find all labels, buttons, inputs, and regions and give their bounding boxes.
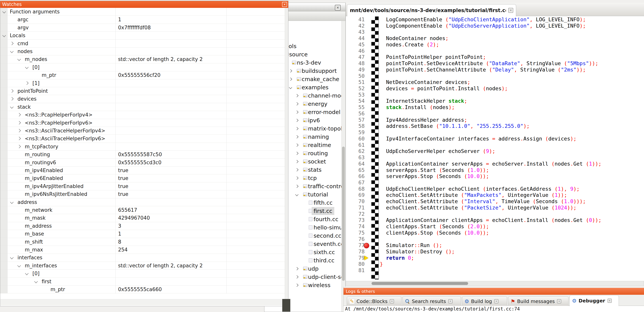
code-line[interactable]: 79 return 0;	[346, 255, 644, 261]
chevron-right-icon[interactable]	[289, 78, 292, 81]
code-line[interactable]: 73 ApplicationContainer clientApps = ech…	[346, 217, 644, 223]
chevron-right-icon[interactable]	[295, 176, 298, 180]
watch-row[interactable]: <ns3::AsciiTraceHelperForIpv6>	[0, 135, 285, 143]
chevron-down-icon[interactable]	[10, 105, 14, 109]
watch-row[interactable]: stack	[0, 103, 285, 111]
logs-tab-build-log[interactable]: ⚙Build log✕	[462, 296, 507, 306]
code-line[interactable]: 59	[346, 129, 644, 136]
watch-row[interactable]: m_ptr0x55555556cf20	[0, 71, 285, 79]
breakpoint-icon[interactable]	[364, 243, 369, 248]
watch-row[interactable]: devices	[0, 95, 285, 103]
code-line[interactable]: 50	[346, 73, 644, 79]
watch-row[interactable]: m_ipv4Enabledtrue	[0, 166, 285, 174]
close-icon[interactable]: ✕	[335, 5, 340, 10]
chevron-right-icon[interactable]	[295, 152, 298, 155]
watch-row[interactable]: Function arguments	[0, 8, 285, 16]
close-icon[interactable]: ✕	[390, 299, 394, 303]
chevron-right-icon[interactable]	[295, 111, 298, 114]
resize-grip[interactable]	[282, 299, 290, 312]
watch-row[interactable]: m_address3	[0, 222, 285, 230]
watch-row[interactable]: [0]	[0, 63, 285, 71]
close-icon[interactable]: ✕	[608, 299, 612, 303]
chevron-right-icon[interactable]	[295, 144, 298, 147]
watch-row[interactable]: argc1	[0, 16, 285, 23]
code-line[interactable]: 43	[346, 29, 644, 35]
watch-row[interactable]: m_ipv6NsRsJitterEnabledtrue	[0, 190, 285, 198]
close-icon[interactable]: ✕	[494, 299, 498, 303]
logs-tab-code-blocks[interactable]: ✎Code::Blocks✕	[347, 296, 402, 306]
chevron-right-icon[interactable]	[295, 119, 298, 122]
watch-row[interactable]: m_routing0x555555587c50	[0, 151, 285, 158]
chevron-down-icon[interactable]	[10, 49, 14, 53]
code-line[interactable]: 41 LogComponentEnable ("UdpEchoClientApp…	[346, 16, 644, 23]
watch-row[interactable]: address	[0, 198, 285, 206]
watch-row[interactable]: argv0x7fffffffdf08	[0, 24, 285, 32]
watch-row[interactable]: <ns3::PcapHelperForIpv6>	[0, 119, 285, 127]
code-line[interactable]: 42 LogComponentEnable ("UdpEchoServerApp…	[346, 23, 644, 29]
code-line[interactable]: 65 serverApps.Start (Seconds (1.0));	[346, 167, 644, 173]
code-line[interactable]: 57 Ipv4AddressHelper address;	[346, 117, 644, 123]
code-line[interactable]: 75 clientApps.Stop (Seconds (10.0));	[346, 230, 644, 236]
code-line[interactable]: 44 NodeContainer nodes;	[346, 35, 644, 42]
logs-tab-debugger[interactable]: ⚙Debugger✕	[570, 295, 619, 306]
watch-row[interactable]: m_interfacesstd::vector of length 2, cap…	[0, 262, 285, 270]
editor-hscrollbar-handle[interactable]	[372, 282, 468, 285]
code-line[interactable]: 63	[346, 155, 644, 161]
code-line[interactable]: 51 NetDeviceContainer devices;	[346, 79, 644, 85]
code-line[interactable]: 61	[346, 142, 644, 148]
code-line[interactable]: 56	[346, 111, 644, 117]
watch-row[interactable]: <ns3::AsciiTraceHelperForIpv4>	[0, 127, 285, 135]
logs-tab-build-messages[interactable]: ⚑Build messages✕	[508, 296, 568, 306]
watch-row[interactable]: m_ptr0x5555555ca660	[0, 286, 285, 294]
chevron-right-icon[interactable]	[295, 284, 298, 287]
chevron-right-icon[interactable]	[295, 102, 298, 106]
editor-hscrollbar[interactable]	[346, 281, 644, 286]
chevron-down-icon[interactable]	[25, 65, 28, 69]
close-icon[interactable]: ✕	[557, 299, 561, 303]
code-line[interactable]: 69 echoClient.SetAttribute ("MaxPackets"…	[346, 192, 644, 198]
chevron-down-icon[interactable]	[2, 10, 6, 13]
code-line[interactable]: 66 serverApps.Stop (Seconds (10.0));	[346, 173, 644, 179]
chevron-down-icon[interactable]	[10, 256, 14, 259]
chevron-right-icon[interactable]	[17, 145, 21, 148]
watches-vscrollbar[interactable]	[285, 8, 288, 299]
chevron-down-icon[interactable]	[25, 272, 28, 275]
close-icon[interactable]: ✕	[448, 299, 452, 303]
code-line[interactable]: 54 InternetStackHelper stack;	[346, 98, 644, 104]
chevron-down-icon[interactable]	[17, 264, 21, 267]
chevron-right-icon[interactable]	[295, 127, 298, 130]
watch-row[interactable]: m_tcpFactory	[0, 143, 285, 151]
code-line[interactable]: 62 UdpEchoServerHelper echoServer (9);	[346, 148, 644, 155]
watch-row[interactable]: <ns3::PcapHelperForIpv4>	[0, 111, 285, 119]
code-line[interactable]: 72	[346, 211, 644, 217]
watch-row[interactable]: m_base1	[0, 230, 285, 238]
editor-tab[interactable]: mnt/dev/tools/source/ns-3-dev/examples/t…	[347, 4, 516, 16]
chevron-right-icon[interactable]	[295, 135, 298, 139]
code-line[interactable]: 53	[346, 92, 644, 98]
code-line[interactable]: 45 nodes.Create (2);	[346, 42, 644, 48]
tree-scrollbar-handle[interactable]	[342, 147, 345, 281]
watch-row[interactable]: m_max254	[0, 246, 285, 254]
chevron-right-icon[interactable]	[17, 121, 21, 124]
code-line[interactable]: 78 Simulator::Destroy ();	[346, 249, 644, 255]
code-line[interactable]: 58 address.SetBase ("10.1.1.0", "255.255…	[346, 123, 644, 129]
watch-row[interactable]: first	[0, 278, 285, 286]
code-line[interactable]: 80}	[346, 261, 644, 267]
code-line[interactable]: 52 devices = pointToPoint.Install (nodes…	[346, 85, 644, 92]
chevron-right-icon[interactable]	[295, 275, 298, 279]
chevron-right-icon[interactable]	[17, 137, 21, 140]
code-line[interactable]: 67	[346, 179, 644, 186]
chevron-down-icon[interactable]	[289, 86, 292, 89]
code-line[interactable]: 47 PointToPointHelper pointToPoint;	[346, 54, 644, 60]
chevron-right-icon[interactable]	[289, 69, 292, 73]
code-line[interactable]: 49 pointToPoint.SetChannelAttribute ("De…	[346, 67, 644, 73]
watches-hscrollbar[interactable]	[0, 299, 284, 305]
watch-row[interactable]: m_network655617	[0, 206, 285, 214]
code-line[interactable]: 55 stack.Install (nodes);	[346, 104, 644, 111]
chevron-right-icon[interactable]	[295, 267, 298, 270]
watch-row[interactable]: m_mask4294967040	[0, 214, 285, 222]
watch-row[interactable]: nodes	[0, 47, 285, 55]
chevron-right-icon[interactable]	[295, 94, 298, 97]
chevron-right-icon[interactable]	[17, 113, 21, 116]
chevron-right-icon[interactable]	[25, 81, 28, 85]
